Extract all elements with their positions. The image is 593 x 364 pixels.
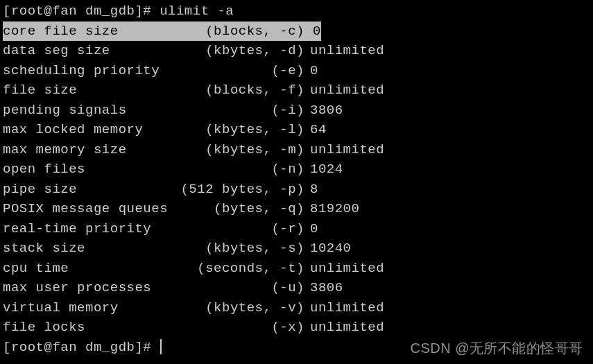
output-row: stack size(kbytes, -s)10240 [3, 239, 590, 259]
limit-name: data seg size [3, 41, 169, 61]
output-row: scheduling priority(-e)0 [3, 61, 590, 81]
limit-value: unlimited [304, 41, 384, 61]
limit-value: unlimited [304, 259, 384, 279]
limit-name: pipe size [3, 180, 169, 200]
limit-value: unlimited [304, 80, 384, 101]
limit-value: unlimited [304, 318, 384, 338]
limit-value: 10240 [304, 239, 352, 259]
limit-unit: (-n) [169, 159, 304, 180]
limit-unit: (blocks, -f) [169, 80, 304, 101]
limit-unit: (-i) [169, 101, 304, 121]
output-row: max memory size(kbytes, -m)unlimited [3, 140, 590, 160]
output-row: data seg size(kbytes, -d)unlimited [3, 41, 590, 61]
limit-name: core file size [3, 21, 169, 42]
limit-unit: (kbytes, -v) [169, 298, 304, 318]
limit-name: max user processes [3, 278, 169, 298]
limit-name: real-time priority [3, 219, 169, 239]
limit-name: POSIX message queues [3, 199, 169, 219]
limit-name: virtual memory [3, 298, 169, 318]
limit-value: unlimited [304, 140, 384, 160]
terminal[interactable]: [root@fan dm_gdb]# ulimit -a core file s… [0, 0, 593, 358]
limit-value: 3806 [304, 101, 343, 121]
limit-unit: (512 bytes, -p) [169, 180, 304, 200]
limit-name: file size [3, 80, 169, 101]
limit-unit: (kbytes, -m) [169, 140, 304, 160]
limit-name: max memory size [3, 140, 169, 160]
cursor [160, 339, 162, 354]
output-row: max locked memory(kbytes, -l)64 [3, 120, 590, 140]
limit-unit: (-x) [169, 318, 304, 338]
limit-unit: (kbytes, -l) [169, 120, 304, 140]
limit-unit: (kbytes, -s) [169, 239, 304, 259]
command-line: [root@fan dm_gdb]# ulimit -a [3, 1, 590, 21]
limit-name: pending signals [3, 101, 169, 121]
shell-prompt: [root@fan dm_gdb]# [3, 340, 160, 355]
limit-value: 0 [304, 24, 321, 39]
limit-unit: (-e) [169, 61, 304, 81]
output-row: open files(-n)1024 [3, 159, 590, 180]
shell-prompt: [root@fan dm_gdb]# [3, 3, 160, 19]
limit-name: cpu time [3, 259, 169, 279]
limit-value: 8 [304, 180, 318, 200]
limit-name: stack size [3, 239, 169, 259]
output-row: virtual memory(kbytes, -v)unlimited [3, 298, 590, 318]
output-row: pending signals(-i)3806 [3, 101, 590, 121]
limit-value: unlimited [304, 298, 384, 318]
limit-unit: (blocks, -c) [169, 21, 304, 42]
limit-value: 0 [304, 61, 318, 81]
limit-unit: (-r) [169, 219, 304, 239]
limit-unit: (-u) [169, 278, 304, 298]
limit-value: 64 [304, 120, 327, 140]
output-row: file locks(-x)unlimited [3, 318, 590, 338]
output-row: pipe size(512 bytes, -p)8 [3, 180, 590, 200]
entered-command: ulimit -a [160, 3, 234, 19]
watermark: CSDN @无所不能的怪哥哥 [410, 338, 583, 358]
highlighted-row: core file size(blocks, -c) 0 [3, 21, 321, 42]
output-row: file size(blocks, -f)unlimited [3, 80, 590, 101]
limit-name: scheduling priority [3, 61, 169, 81]
limit-unit: (kbytes, -d) [169, 41, 304, 61]
output-rows: core file size(blocks, -c) 0data seg siz… [3, 21, 590, 338]
output-row: core file size(blocks, -c) 0 [3, 21, 590, 42]
limit-value: 1024 [304, 159, 343, 180]
limit-value: 0 [304, 219, 318, 239]
output-row: max user processes(-u)3806 [3, 278, 590, 298]
limit-name: file locks [3, 318, 169, 338]
limit-unit: (seconds, -t) [169, 259, 304, 279]
output-row: cpu time(seconds, -t)unlimited [3, 259, 590, 279]
limit-value: 819200 [304, 199, 359, 219]
limit-value: 3806 [304, 278, 343, 298]
limit-unit: (bytes, -q) [169, 199, 304, 219]
limit-name: max locked memory [3, 120, 169, 140]
limit-name: open files [3, 159, 169, 180]
output-row: POSIX message queues(bytes, -q)819200 [3, 199, 590, 219]
output-row: real-time priority(-r)0 [3, 219, 590, 239]
